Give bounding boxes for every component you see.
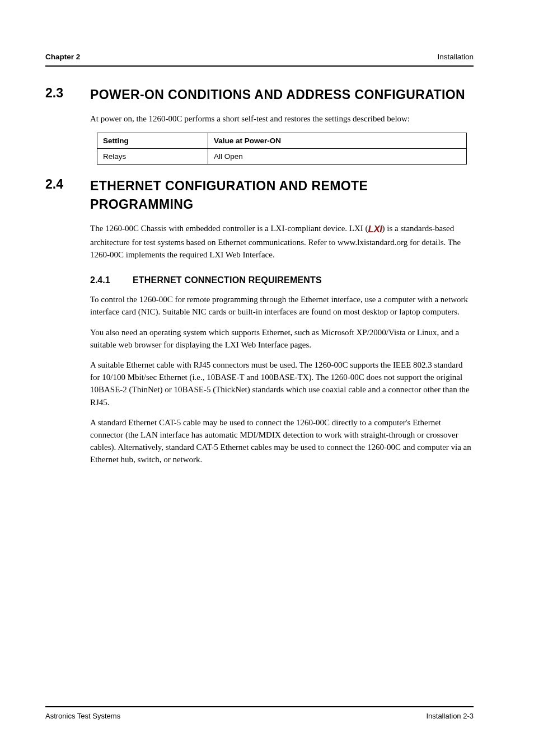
paragraph: You also need an operating system which … bbox=[90, 326, 474, 351]
page: Chapter 2 Installation 2.3 POWER-ON COND… bbox=[0, 0, 534, 756]
page-header: Chapter 2 Installation bbox=[45, 53, 474, 65]
paragraph: To control the 1260-00C for remote progr… bbox=[90, 293, 474, 318]
paragraph: A standard Ethernet CAT-5 cable may be u… bbox=[90, 416, 474, 466]
paragraph: At power on, the 1260-00C performs a sho… bbox=[90, 112, 474, 125]
footer-page-ref: Installation 2-3 bbox=[426, 712, 474, 720]
footer-company: Astronics Test Systems bbox=[45, 712, 120, 720]
paragraph: A suitable Ethernet cable with RJ45 conn… bbox=[90, 359, 474, 408]
lxi-logo-icon: LXI bbox=[368, 224, 382, 234]
section-number: 2.3 bbox=[45, 86, 74, 104]
subsection-2-4-1-heading: 2.4.1 ETHERNET CONNECTION REQUIREMENTS bbox=[90, 275, 474, 285]
text-run: The 1260-00C Chassis with embedded contr… bbox=[90, 224, 368, 233]
paragraph: The 1260-00C Chassis with embedded contr… bbox=[90, 222, 474, 261]
subsection-2-4-1-body: To control the 1260-00C for remote progr… bbox=[90, 293, 474, 466]
table-row: Relays All Open bbox=[97, 149, 467, 165]
section-2-3-heading: 2.3 POWER-ON CONDITIONS AND ADDRESS CONF… bbox=[45, 86, 474, 104]
subsection-number: 2.4.1 bbox=[90, 275, 121, 285]
table-cell: All Open bbox=[208, 149, 467, 165]
section-title: ETHERNET CONFIGURATION AND REMOTE PROGRA… bbox=[90, 177, 474, 213]
section-2-3-body: At power on, the 1260-00C performs a sho… bbox=[90, 112, 474, 165]
footer-row: Astronics Test Systems Installation 2-3 bbox=[45, 707, 474, 720]
section-2-4-body: The 1260-00C Chassis with embedded contr… bbox=[90, 222, 474, 261]
table-header-cell: Value at Power-ON bbox=[208, 133, 467, 149]
poweron-table-wrap: Setting Value at Power-ON Relays All Ope… bbox=[97, 133, 467, 165]
content-area: 2.3 POWER-ON CONDITIONS AND ADDRESS CONF… bbox=[45, 67, 474, 722]
table-header-cell: Setting bbox=[97, 133, 208, 149]
section-number: 2.4 bbox=[45, 177, 74, 213]
section-title: POWER-ON CONDITIONS AND ADDRESS CONFIGUR… bbox=[90, 86, 465, 104]
subsection-title: ETHERNET CONNECTION REQUIREMENTS bbox=[133, 275, 322, 285]
table-header-row: Setting Value at Power-ON bbox=[97, 133, 467, 149]
poweron-table: Setting Value at Power-ON Relays All Ope… bbox=[97, 133, 467, 165]
header-section: Installation bbox=[437, 53, 474, 61]
header-chapter: Chapter 2 bbox=[45, 53, 80, 61]
page-footer: Astronics Test Systems Installation 2-3 bbox=[45, 706, 474, 720]
section-2-4-heading: 2.4 ETHERNET CONFIGURATION AND REMOTE PR… bbox=[45, 177, 474, 213]
table-cell: Relays bbox=[97, 149, 208, 165]
